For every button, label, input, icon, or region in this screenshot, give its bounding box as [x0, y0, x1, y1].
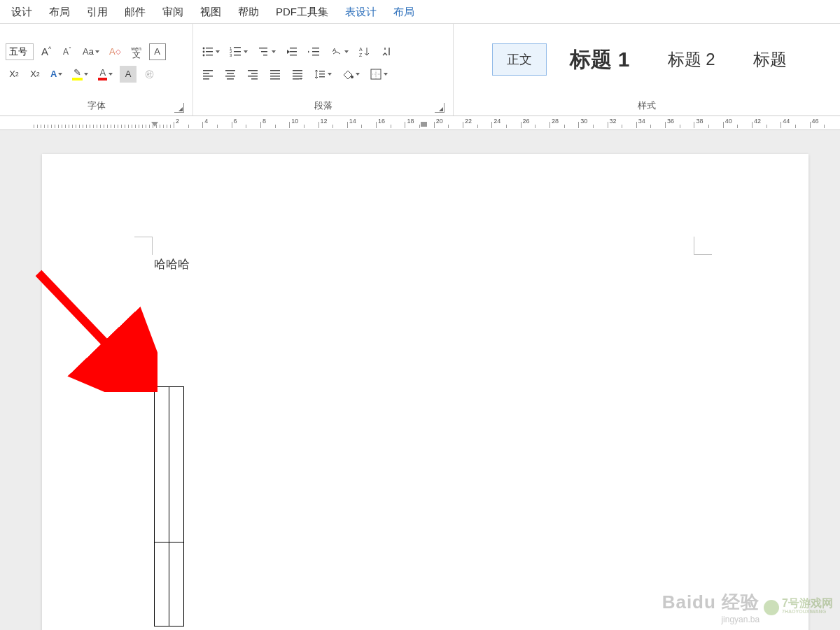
ruler-tick-label: 20 [436, 118, 443, 125]
svg-rect-34 [248, 76, 258, 77]
align-right-icon [246, 68, 259, 80]
decrease-font-button[interactable]: A˅ [59, 43, 76, 60]
indent-marker-first-line[interactable] [151, 122, 158, 127]
ruler-tick-label: 42 [754, 118, 761, 125]
borders-button[interactable] [367, 66, 391, 83]
ribbon: 五号 A^ A˅ Aa A◇ wén文 A X2 X2 A ✎ A A ㊓ 字 [0, 24, 840, 116]
ribbon-group-font-label: 字体 [6, 97, 187, 115]
phonetic-guide-button[interactable]: wén文 [128, 43, 145, 60]
char-shading-button[interactable]: A [120, 66, 136, 83]
ribbon-group-styles: 正文标题 1标题 2标题 样式 [454, 24, 840, 115]
text-effects-button[interactable]: A [48, 66, 65, 83]
menu-item-表设计[interactable]: 表设计 [337, 0, 385, 24]
ribbon-group-font: 五号 A^ A˅ Aa A◇ wén文 A X2 X2 A ✎ A A ㊓ 字 [0, 24, 193, 115]
menu-item-布局[interactable]: 布局 [41, 0, 78, 24]
superscript-button[interactable]: X2 [27, 66, 43, 83]
svg-rect-33 [251, 73, 258, 74]
bullets-button[interactable] [199, 43, 223, 60]
shading-button[interactable] [339, 66, 363, 83]
table-row[interactable] [155, 542, 184, 626]
align-left-button[interactable] [199, 66, 217, 83]
style-tile-body[interactable]: 正文 [492, 43, 547, 76]
svg-rect-26 [203, 76, 213, 77]
line-spacing-icon [314, 68, 326, 80]
svg-rect-24 [203, 70, 213, 71]
clear-format-button[interactable]: A◇ [106, 43, 124, 60]
enclose-char-button[interactable]: ㊓ [141, 66, 158, 83]
ruler-tick-label: 38 [696, 118, 703, 125]
ribbon-group-paragraph-label: 段落 [199, 97, 447, 115]
subscript-button[interactable]: X2 [6, 66, 22, 83]
svg-rect-30 [225, 76, 235, 77]
svg-rect-13 [261, 51, 267, 52]
styles-gallery-row: 正文标题 1标题 2标题 [492, 28, 801, 91]
ruler-tick-label: 8 [262, 118, 266, 125]
paragraph-dialog-launcher[interactable] [435, 103, 444, 113]
paint-bucket-icon [342, 68, 354, 80]
font-size-select[interactable]: 五号 [6, 43, 34, 60]
margin-corner-top-right [694, 237, 712, 255]
margin-corner-top-left [134, 237, 153, 255]
asian-layout-button[interactable]: A [328, 43, 351, 60]
table-row[interactable] [155, 387, 184, 542]
multilevel-icon [258, 46, 270, 58]
document-table[interactable] [154, 386, 184, 626]
style-tile-h1[interactable]: 标题 1 [555, 38, 644, 82]
ruler-tick-label: 4 [204, 118, 208, 125]
outdent-icon [286, 46, 298, 58]
menu-item-视图[interactable]: 视图 [192, 0, 230, 24]
align-distributed-button[interactable] [288, 66, 307, 83]
svg-rect-18 [312, 48, 319, 48]
menu-item-PDF工具集[interactable]: PDF工具集 [267, 0, 337, 24]
indent-marker-tab[interactable] [421, 122, 427, 127]
menu-item-引用[interactable]: 引用 [78, 0, 116, 24]
menu-item-设计[interactable]: 设计 [3, 0, 41, 24]
ruler-tick-label: 36 [667, 118, 674, 125]
numbering-button[interactable]: 123 [227, 43, 251, 60]
horizontal-ruler[interactable]: 2468101214161820222426283032343638404244… [0, 116, 840, 130]
highlight-button[interactable]: ✎ [69, 66, 91, 83]
change-case-button[interactable]: Aa [80, 43, 102, 60]
move-icon [146, 378, 155, 386]
asian-layout-icon: A [330, 46, 343, 58]
font-color-button[interactable]: A [95, 66, 115, 83]
align-dist-icon [291, 68, 304, 80]
svg-rect-36 [270, 70, 280, 71]
svg-rect-11 [234, 55, 241, 55]
ruler-tick-label: 6 [234, 118, 237, 125]
header-text[interactable]: 哈哈哈 [154, 256, 190, 272]
menu-item-帮助[interactable]: 帮助 [230, 0, 267, 24]
document-page[interactable]: 哈哈哈 [42, 154, 808, 630]
show-marks-button[interactable] [378, 43, 396, 60]
ruler-tick-label: 28 [552, 118, 559, 125]
ruler-tick-label: 26 [523, 118, 530, 125]
align-right-button[interactable] [244, 66, 262, 83]
svg-rect-32 [248, 70, 258, 71]
ruler-tick-label: 24 [493, 118, 500, 125]
multilevel-list-button[interactable] [255, 43, 279, 60]
sort-icon: AZ [358, 46, 371, 58]
pilcrow-icon [381, 46, 393, 58]
font-dialog-launcher[interactable] [174, 103, 184, 113]
menu-item-邮件[interactable]: 邮件 [116, 0, 154, 24]
svg-rect-27 [203, 78, 209, 80]
svg-rect-45 [319, 74, 325, 74]
menu-item-审阅[interactable]: 审阅 [154, 0, 192, 24]
decrease-indent-button[interactable] [283, 43, 301, 60]
char-border-button[interactable]: A [149, 43, 166, 60]
increase-font-button[interactable]: A^ [38, 43, 55, 60]
align-justify-button[interactable] [266, 66, 284, 83]
line-spacing-button[interactable] [311, 66, 335, 83]
ruler-tick-label: 2 [176, 118, 179, 125]
svg-rect-38 [270, 76, 280, 77]
menu-item-布局[interactable]: 布局 [385, 0, 423, 24]
watermark: Baidu 经验 jingyan.ba 7号游戏网 7HAOYOUXIWANG [662, 590, 833, 624]
increase-indent-button[interactable] [305, 43, 323, 60]
sort-button[interactable]: AZ [356, 43, 374, 60]
style-tile-h2[interactable]: 标题 2 [653, 41, 730, 78]
watermark-site-logo: 7号游戏网 7HAOYOUXIWANG [764, 599, 833, 616]
style-tile-title[interactable]: 标题 [738, 41, 802, 78]
svg-point-0 [203, 47, 205, 49]
ruler-tick-label: 16 [378, 118, 385, 125]
align-center-button[interactable] [221, 66, 239, 83]
